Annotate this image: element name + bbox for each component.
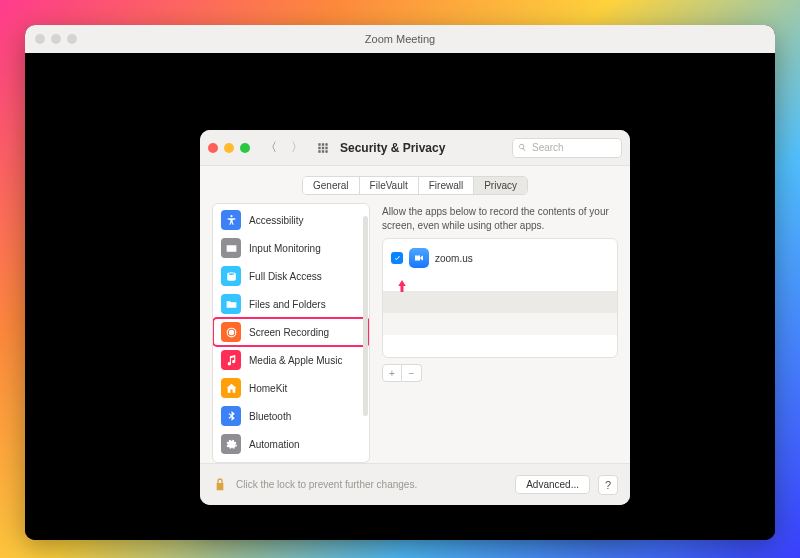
- music-icon: [221, 350, 241, 370]
- app-name: zoom.us: [435, 253, 473, 264]
- close-button[interactable]: [208, 143, 218, 153]
- tab-firewall[interactable]: Firewall: [419, 177, 474, 194]
- search-icon: [517, 142, 528, 153]
- record-icon: [221, 322, 241, 342]
- sidebar-item-media-apple-music[interactable]: Media & Apple Music: [213, 346, 369, 374]
- advanced-button[interactable]: Advanced...: [515, 475, 590, 494]
- footer: Click the lock to prevent further change…: [200, 463, 630, 505]
- folder-icon: [221, 294, 241, 314]
- system-preferences-window: 〈 〉 Security & Privacy GeneralFileVaultF…: [200, 130, 630, 505]
- minimize-button[interactable]: [224, 143, 234, 153]
- tab-bar: GeneralFileVaultFirewallPrivacy: [200, 166, 630, 203]
- accessibility-icon: [221, 210, 241, 230]
- fullscreen-button[interactable]: [240, 143, 250, 153]
- sidebar-scrollbar[interactable]: [362, 206, 368, 460]
- sidebar-item-screen-recording[interactable]: Screen Recording: [213, 318, 369, 346]
- remove-app-button: −: [402, 364, 422, 382]
- sidebar-item-automation[interactable]: Automation: [213, 430, 369, 458]
- gear-icon: [221, 434, 241, 454]
- sidebar-item-homekit[interactable]: HomeKit: [213, 374, 369, 402]
- sidebar-item-label: Files and Folders: [249, 299, 326, 310]
- sidebar-item-input-monitoring[interactable]: Input Monitoring: [213, 234, 369, 262]
- keyboard-icon: [221, 238, 241, 258]
- sidebar-item-label: Full Disk Access: [249, 271, 322, 282]
- zoom-app-icon: [409, 248, 429, 268]
- lock-text: Click the lock to prevent further change…: [236, 479, 417, 490]
- app-checkbox[interactable]: [391, 252, 403, 264]
- tab-filevault[interactable]: FileVault: [360, 177, 419, 194]
- back-button[interactable]: 〈: [262, 139, 280, 157]
- show-all-button[interactable]: [314, 139, 332, 157]
- add-app-button[interactable]: +: [382, 364, 402, 382]
- help-button[interactable]: ?: [598, 475, 618, 495]
- sidebar-item-bluetooth[interactable]: Bluetooth: [213, 402, 369, 430]
- sidebar-item-accessibility[interactable]: Accessibility: [213, 206, 369, 234]
- sidebar-item-files-and-folders[interactable]: Files and Folders: [213, 290, 369, 318]
- sidebar-item-label: Media & Apple Music: [249, 355, 342, 366]
- forward-button: 〉: [288, 139, 306, 157]
- sidebar-item-label: Automation: [249, 439, 300, 450]
- allowed-apps-list: zoom.us: [382, 238, 618, 358]
- prefs-titlebar: 〈 〉 Security & Privacy: [200, 130, 630, 166]
- tab-privacy[interactable]: Privacy: [474, 177, 527, 194]
- sidebar-item-label: Accessibility: [249, 215, 303, 226]
- app-row[interactable]: zoom.us: [389, 245, 611, 271]
- prefs-traffic-lights: [208, 143, 250, 153]
- disk-icon: [221, 266, 241, 286]
- search-field[interactable]: [512, 138, 622, 158]
- sidebar-item-label: HomeKit: [249, 383, 287, 394]
- permission-description: Allow the apps below to record the conte…: [382, 203, 618, 238]
- sidebar-item-full-disk-access[interactable]: Full Disk Access: [213, 262, 369, 290]
- sidebar-item-label: Screen Recording: [249, 327, 329, 338]
- annotation-arrow: [393, 273, 411, 303]
- lock-icon[interactable]: [212, 477, 228, 493]
- add-remove-controls: + −: [382, 364, 618, 382]
- privacy-category-list[interactable]: AccessibilityInput MonitoringFull Disk A…: [212, 203, 370, 463]
- zoom-window-title: Zoom Meeting: [25, 33, 775, 45]
- window-title: Security & Privacy: [340, 141, 445, 155]
- tab-general[interactable]: General: [303, 177, 360, 194]
- bluetooth-icon: [221, 406, 241, 426]
- detail-pane: Allow the apps below to record the conte…: [382, 203, 618, 463]
- grid-icon: [316, 141, 330, 155]
- home-icon: [221, 378, 241, 398]
- sidebar-item-label: Input Monitoring: [249, 243, 321, 254]
- search-input[interactable]: [532, 142, 617, 153]
- zoom-titlebar: Zoom Meeting: [25, 25, 775, 53]
- sidebar-item-label: Bluetooth: [249, 411, 291, 422]
